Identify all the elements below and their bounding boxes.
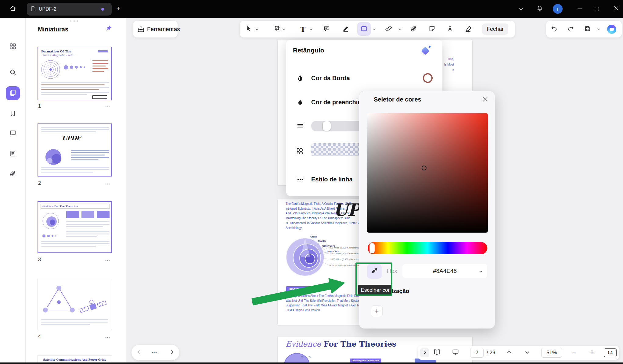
sidebar-item-bookmarks[interactable] [6, 108, 19, 120]
panel-drag-handle[interactable] [70, 20, 78, 22]
signature-tool-button[interactable] [463, 23, 474, 36]
plus-icon: + [375, 307, 379, 315]
stamp-tool-button[interactable] [445, 23, 456, 36]
close-window-button[interactable] [610, 3, 622, 15]
actual-size-button[interactable]: 1:1 [604, 348, 617, 357]
thumbnail-page-1[interactable]: Formation Of The Earth's Magnetic Field [38, 47, 112, 100]
thumbnail-page-number: 3 [38, 257, 41, 262]
comment-tool-button[interactable] [321, 23, 332, 36]
hex-value-field[interactable]: #8A4E48 [402, 264, 487, 278]
sidebar-item-document-summary[interactable] [6, 148, 19, 161]
chevron-up-icon [507, 350, 511, 356]
text-tool-button[interactable]: T [297, 23, 308, 36]
thumbnail-menu-button[interactable]: … [101, 180, 110, 186]
sticker-tool-button[interactable] [427, 23, 438, 36]
history-save-toolbar [546, 21, 622, 37]
thumbnail-menu-button[interactable]: … [101, 256, 110, 262]
add-custom-color-button[interactable]: + [371, 305, 383, 317]
thumb4-satellite-drawing [78, 295, 108, 319]
next-page-button[interactable] [168, 349, 176, 356]
page3-heading: Evidence For The Theories [286, 340, 396, 348]
redo-button[interactable] [565, 23, 576, 36]
opacity-icon [296, 122, 304, 130]
previous-page-arrow-button[interactable] [505, 349, 513, 356]
attachment-tool-button[interactable] [408, 23, 419, 36]
sparkle-icon: ✦ [428, 44, 432, 50]
view-status-bar: / 29 51% − + 1:1 [418, 346, 619, 360]
chevron-down-icon [525, 350, 530, 356]
thumbnail-menu-button[interactable]: … [101, 333, 110, 339]
document-tab[interactable]: UPDF-2 [27, 3, 112, 16]
thumb1-title-line2: Earth's Magnetic Field [41, 54, 73, 57]
select-tool-dropdown[interactable] [255, 27, 259, 32]
user-avatar[interactable]: I [553, 4, 563, 14]
format-painter-button[interactable]: ✦ [422, 45, 433, 56]
next-page-arrow-button[interactable] [524, 349, 531, 356]
close-icon [482, 97, 488, 103]
presentation-mode-button[interactable] [452, 349, 459, 356]
thumbnail-menu-button[interactable]: … [101, 103, 110, 109]
page3-t2-label: T₂ [308, 356, 311, 359]
previous-page-button[interactable] [135, 349, 142, 356]
sidebar-item-search[interactable] [6, 66, 19, 79]
diagram-label-crust: Crust [310, 235, 317, 238]
expand-bar-button[interactable] [420, 348, 429, 357]
zoom-out-button[interactable]: − [572, 348, 576, 356]
text-tool-dropdown[interactable] [309, 27, 313, 32]
saturation-value-area[interactable] [367, 113, 488, 233]
close-dialog-button[interactable] [481, 95, 490, 105]
notifications-button[interactable] [535, 4, 544, 13]
thumbnail-page-3[interactable]: Evidence For The Theories [38, 201, 112, 253]
line-style-icon [296, 175, 304, 184]
rectangle-icon [360, 25, 368, 34]
thumb5-title: Satellite Communications And Power Grids [38, 358, 112, 361]
thumbnail-page-4[interactable] [38, 279, 112, 330]
color-cursor[interactable] [422, 166, 427, 170]
ruler-icon [385, 25, 392, 34]
minimize-button[interactable] [574, 3, 586, 15]
hue-slider[interactable] [368, 242, 487, 254]
highlighter-tool-button[interactable] [340, 23, 351, 36]
marker-pen-icon [342, 25, 349, 33]
ferramentas-button[interactable]: Ferramentas [133, 21, 178, 37]
rectangle-tool-dropdown[interactable] [372, 27, 376, 32]
page-number-input-wrap [470, 348, 484, 358]
border-color-swatch[interactable] [423, 73, 433, 83]
maximize-button[interactable] [591, 3, 603, 15]
opacity-slider-handle[interactable] [323, 121, 331, 131]
new-tab-button[interactable]: + [114, 5, 122, 13]
sidebar-item-apps[interactable] [6, 41, 19, 53]
sidebar-item-thumbnails-active[interactable] [6, 86, 20, 100]
zoom-in-button[interactable]: + [590, 348, 594, 356]
person-icon [447, 25, 453, 33]
ai-robot-icon [610, 28, 614, 31]
diagram-measure-2: 1,400 Miles (2,250 Kilometers) [330, 252, 361, 255]
thumbnail-page-2[interactable]: UPDF [38, 123, 112, 177]
save-dropdown[interactable] [596, 27, 601, 32]
save-button[interactable] [582, 23, 593, 36]
updf-watermark: UP [333, 200, 360, 220]
reading-mode-button[interactable] [433, 349, 441, 356]
select-tool-button[interactable] [243, 23, 254, 36]
rectangle-tool-button-active[interactable] [358, 23, 369, 36]
plus-icon: + [117, 5, 121, 13]
sidebar-item-attachments[interactable] [6, 168, 19, 180]
thumbnails-panel-title: Miniaturas [38, 26, 68, 33]
undo-button[interactable] [549, 23, 560, 36]
close-icon [614, 6, 619, 12]
shapes-tool-dropdown[interactable] [282, 27, 286, 32]
fechar-button[interactable]: Fechar [482, 23, 508, 35]
sidebar-item-comments[interactable] [6, 127, 19, 140]
toolbar-collapse-button[interactable] [517, 6, 525, 12]
page-menu-ellipsis[interactable]: … [151, 347, 157, 354]
pin-panel-button[interactable] [104, 25, 113, 33]
chevron-down-icon[interactable] [479, 269, 483, 275]
home-button[interactable] [7, 3, 19, 15]
avatar-initial: I [557, 6, 558, 12]
measure-tool-dropdown[interactable] [398, 27, 402, 32]
page-number-input[interactable] [470, 348, 484, 358]
hue-slider-handle[interactable] [369, 243, 375, 253]
updf-ai-button[interactable] [607, 25, 616, 34]
zoom-level-box[interactable]: 51% [541, 348, 562, 358]
measure-tool-button[interactable] [383, 23, 394, 36]
